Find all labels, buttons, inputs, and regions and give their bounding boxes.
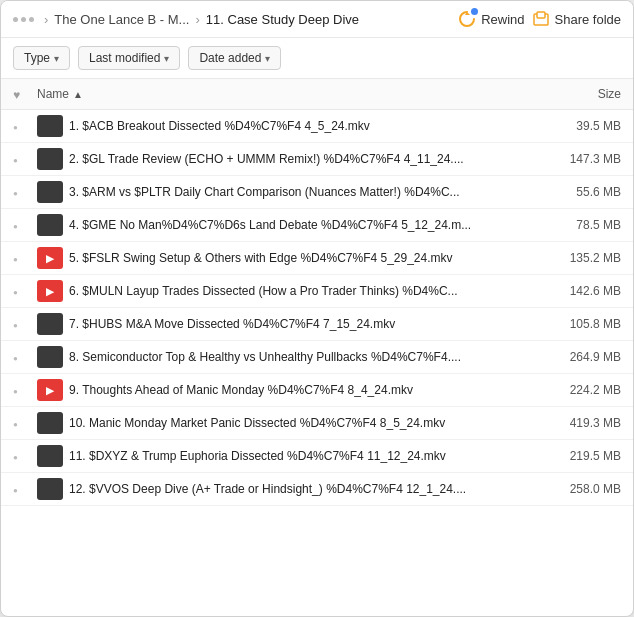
- last-modified-filter-label: Last modified: [89, 51, 160, 65]
- table-row[interactable]: ● ▶ 9. Thoughts Ahead of Manic Monday %D…: [1, 374, 633, 407]
- fav-col-header: ♥: [13, 85, 37, 103]
- file-size-0: 39.5 MB: [541, 119, 621, 133]
- file-fav-2[interactable]: ●: [13, 187, 37, 198]
- file-name-1: 2. $GL Trade Review (ECHO + UMMM Remix!)…: [69, 152, 541, 166]
- file-type-icon-7: [37, 346, 63, 368]
- breadcrumb-parent[interactable]: The One Lance B - M...: [54, 12, 189, 27]
- rewind-label: Rewind: [481, 12, 524, 27]
- rewind-button[interactable]: Rewind: [457, 9, 524, 29]
- file-fav-6[interactable]: ●: [13, 319, 37, 330]
- svg-rect-1: [537, 12, 545, 18]
- share-icon: [533, 11, 551, 27]
- table-row[interactable]: ● 4. $GME No Man%D4%C7%D6s Land Debate %…: [1, 209, 633, 242]
- file-fav-3[interactable]: ●: [13, 220, 37, 231]
- file-fav-1[interactable]: ●: [13, 154, 37, 165]
- file-size-4: 135.2 MB: [541, 251, 621, 265]
- file-type-icon-1: [37, 148, 63, 170]
- size-col-header: Size: [541, 87, 621, 101]
- size-col-label: Size: [598, 87, 621, 101]
- name-sort-icon: ▲: [73, 89, 83, 100]
- date-added-filter-button[interactable]: Date added ▾: [188, 46, 281, 70]
- dot1: [13, 17, 18, 22]
- file-name-6: 7. $HUBS M&A Move Dissected %D4%C7%F4 7_…: [69, 317, 541, 331]
- breadcrumb-sep2: ›: [195, 12, 199, 27]
- file-size-5: 142.6 MB: [541, 284, 621, 298]
- file-fav-10[interactable]: ●: [13, 451, 37, 462]
- last-modified-filter-button[interactable]: Last modified ▾: [78, 46, 180, 70]
- breadcrumb-current: 11. Case Study Deep Dive: [206, 12, 359, 27]
- file-name-10: 11. $DXYZ & Trump Euphoria Dissected %D4…: [69, 449, 541, 463]
- file-type-icon-4: ▶: [37, 247, 63, 269]
- file-name-8: 9. Thoughts Ahead of Manic Monday %D4%C7…: [69, 383, 541, 397]
- file-list: ● 1. $ACB Breakout Dissected %D4%C7%F4 4…: [1, 110, 633, 506]
- file-size-10: 219.5 MB: [541, 449, 621, 463]
- file-name-3: 4. $GME No Man%D4%C7%D6s Land Debate %D4…: [69, 218, 541, 232]
- bullet-icon: ●: [13, 189, 18, 198]
- type-filter-button[interactable]: Type ▾: [13, 46, 70, 70]
- file-name-4: 5. $FSLR Swing Setup & Others with Edge …: [69, 251, 541, 265]
- table-row[interactable]: ● 3. $ARM vs $PLTR Daily Chart Compariso…: [1, 176, 633, 209]
- window-dots: [13, 17, 34, 22]
- breadcrumb-sep1: ›: [44, 12, 48, 27]
- file-fav-7[interactable]: ●: [13, 352, 37, 363]
- file-size-6: 105.8 MB: [541, 317, 621, 331]
- file-name-2: 3. $ARM vs $PLTR Daily Chart Comparison …: [69, 185, 541, 199]
- file-size-2: 55.6 MB: [541, 185, 621, 199]
- file-type-icon-3: [37, 214, 63, 236]
- rewind-icon: [457, 9, 477, 29]
- file-name-5: 6. $MULN Layup Trades Dissected (How a P…: [69, 284, 541, 298]
- list-header: ♥ Name ▲ Size: [1, 79, 633, 110]
- file-fav-5[interactable]: ●: [13, 286, 37, 297]
- bullet-icon: ●: [13, 222, 18, 231]
- file-name-11: 12. $VVOS Deep Dive (A+ Trade or Hindsig…: [69, 482, 541, 496]
- play-icon: ▶: [46, 253, 54, 264]
- toolbar: Type ▾ Last modified ▾ Date added ▾: [1, 38, 633, 79]
- file-size-11: 258.0 MB: [541, 482, 621, 496]
- file-fav-8[interactable]: ●: [13, 385, 37, 396]
- table-row[interactable]: ● 12. $VVOS Deep Dive (A+ Trade or Hinds…: [1, 473, 633, 506]
- bullet-icon: ●: [13, 288, 18, 297]
- date-added-chevron-icon: ▾: [265, 53, 270, 64]
- table-row[interactable]: ● 1. $ACB Breakout Dissected %D4%C7%F4 4…: [1, 110, 633, 143]
- type-filter-label: Type: [24, 51, 50, 65]
- file-type-icon-11: [37, 478, 63, 500]
- bullet-icon: ●: [13, 354, 18, 363]
- bullet-icon: ●: [13, 486, 18, 495]
- bullet-icon: ●: [13, 387, 18, 396]
- dot2: [21, 17, 26, 22]
- file-fav-11[interactable]: ●: [13, 484, 37, 495]
- date-added-filter-label: Date added: [199, 51, 261, 65]
- file-fav-9[interactable]: ●: [13, 418, 37, 429]
- bullet-icon: ●: [13, 123, 18, 132]
- file-type-icon-6: [37, 313, 63, 335]
- bullet-icon: ●: [13, 420, 18, 429]
- table-row[interactable]: ● 11. $DXYZ & Trump Euphoria Dissected %…: [1, 440, 633, 473]
- file-size-9: 419.3 MB: [541, 416, 621, 430]
- bullet-icon: ●: [13, 321, 18, 330]
- heart-header-icon: ♥: [13, 88, 20, 102]
- table-row[interactable]: ● 10. Manic Monday Market Panic Dissecte…: [1, 407, 633, 440]
- table-row[interactable]: ● 7. $HUBS M&A Move Dissected %D4%C7%F4 …: [1, 308, 633, 341]
- dot3: [29, 17, 34, 22]
- main-window: › The One Lance B - M... › 11. Case Stud…: [0, 0, 634, 617]
- share-button[interactable]: Share folde: [533, 11, 622, 27]
- table-row[interactable]: ● ▶ 6. $MULN Layup Trades Dissected (How…: [1, 275, 633, 308]
- file-type-icon-2: [37, 181, 63, 203]
- file-size-7: 264.9 MB: [541, 350, 621, 364]
- table-row[interactable]: ● ▶ 5. $FSLR Swing Setup & Others with E…: [1, 242, 633, 275]
- file-type-icon-0: [37, 115, 63, 137]
- file-fav-0[interactable]: ●: [13, 121, 37, 132]
- table-row[interactable]: ● 2. $GL Trade Review (ECHO + UMMM Remix…: [1, 143, 633, 176]
- table-row[interactable]: ● 8. Semiconductor Top & Healthy vs Unhe…: [1, 341, 633, 374]
- file-name-7: 8. Semiconductor Top & Healthy vs Unheal…: [69, 350, 541, 364]
- name-col-header[interactable]: Name ▲: [37, 87, 541, 101]
- file-fav-4[interactable]: ●: [13, 253, 37, 264]
- file-size-1: 147.3 MB: [541, 152, 621, 166]
- last-modified-chevron-icon: ▾: [164, 53, 169, 64]
- file-type-icon-5: ▶: [37, 280, 63, 302]
- file-name-0: 1. $ACB Breakout Dissected %D4%C7%F4 4_5…: [69, 119, 541, 133]
- name-col-label: Name: [37, 87, 69, 101]
- file-size-3: 78.5 MB: [541, 218, 621, 232]
- bullet-icon: ●: [13, 156, 18, 165]
- file-type-icon-9: [37, 412, 63, 434]
